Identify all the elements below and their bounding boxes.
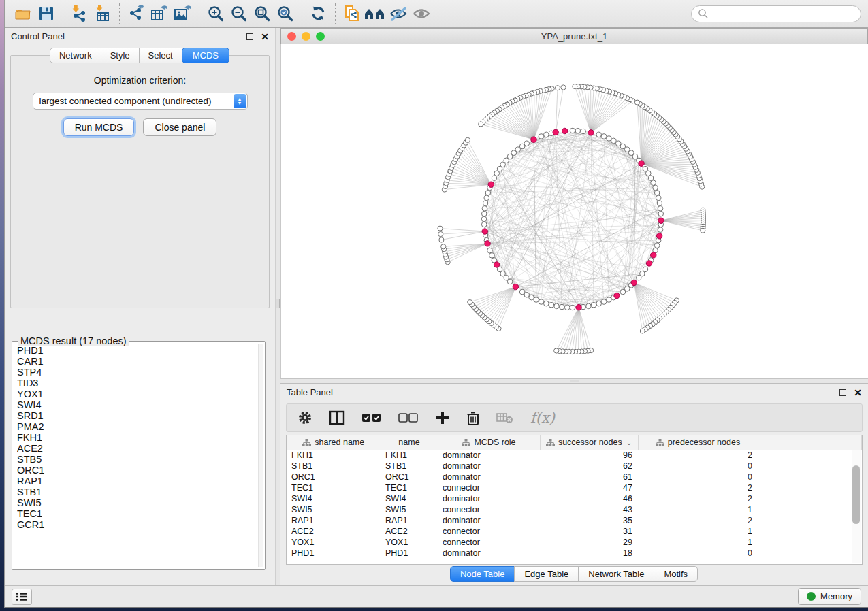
column-header-name[interactable]: name — [381, 435, 438, 450]
memory-button[interactable]: Memory — [798, 588, 861, 605]
close-panel-icon[interactable]: ✕ — [854, 389, 862, 396]
mcds-node-item[interactable]: YOX1 — [17, 389, 257, 399]
select-all-rows-icon[interactable] — [361, 412, 382, 423]
tab-network-table[interactable]: Network Table — [578, 566, 654, 582]
horizontal-splitter[interactable] — [280, 378, 868, 384]
save-session-icon[interactable] — [35, 3, 58, 24]
search-icon — [698, 8, 709, 19]
toolbar-separator — [302, 3, 302, 24]
table-row[interactable]: STB1STB1dominator620 — [287, 461, 862, 472]
mcds-node-item[interactable]: SRD1 — [17, 410, 257, 421]
task-history-button[interactable] — [12, 589, 32, 605]
delete-column-icon[interactable] — [466, 410, 480, 426]
float-panel-icon[interactable] — [246, 33, 253, 40]
table-tabs: Node TableEdge TableNetwork TableMotifs — [280, 565, 868, 585]
clone-network-icon[interactable] — [340, 3, 364, 24]
column-layout-icon[interactable] — [329, 410, 345, 425]
float-panel-icon[interactable] — [839, 389, 846, 396]
tab-network[interactable]: Network — [50, 48, 101, 63]
tab-node-table[interactable]: Node Table — [450, 566, 515, 582]
zoom-selected-icon[interactable] — [274, 3, 297, 24]
table-row[interactable]: ACE2ACE2connector311 — [287, 526, 862, 537]
close-panel-icon[interactable]: ✕ — [261, 33, 269, 40]
splitter-grip[interactable] — [570, 380, 579, 382]
table-row[interactable]: TEC1TEC1connector472 — [287, 482, 862, 493]
mcds-result-list[interactable]: PHD1CAR1STP4TID3YOX1SWI4SRD1PMA2FKH1ACE2… — [17, 345, 257, 566]
search-input[interactable] — [709, 9, 854, 18]
table-toolbar: f(x) — [286, 403, 863, 432]
table-row[interactable]: SWI4SWI4dominator462 — [287, 493, 862, 504]
toolbar-separator — [335, 3, 336, 24]
close-panel-button[interactable]: Close panel — [143, 118, 216, 136]
add-column-icon[interactable] — [435, 410, 450, 425]
splitter-grip[interactable] — [276, 299, 280, 308]
mcds-node-item[interactable]: STB5 — [17, 454, 257, 465]
tab-mcds[interactable]: MCDS — [182, 48, 229, 63]
result-scrollbar[interactable] — [258, 344, 263, 567]
refresh-icon[interactable] — [307, 3, 330, 24]
mcds-node-item[interactable]: PHD1 — [17, 345, 257, 356]
mcds-node-item[interactable]: STP4 — [17, 367, 257, 378]
export-image-icon[interactable] — [171, 3, 194, 24]
first-neighbors-icon[interactable] — [364, 3, 387, 24]
zoom-in-icon[interactable] — [204, 3, 227, 24]
tab-select[interactable]: Select — [139, 48, 182, 63]
network-graph[interactable] — [281, 44, 868, 378]
mcds-node-item[interactable]: GCR1 — [17, 519, 257, 530]
show-all-icon[interactable] — [410, 3, 433, 24]
tab-edge-table[interactable]: Edge Table — [514, 566, 579, 582]
function-builder-icon[interactable]: f(x) — [530, 410, 555, 426]
mcds-node-item[interactable]: STB1 — [17, 486, 257, 497]
delete-table-icon[interactable] — [496, 412, 514, 424]
export-table-icon[interactable] — [148, 3, 171, 24]
table-row[interactable]: RAP1RAP1dominator352 — [287, 515, 862, 526]
table-scrollbar-thumb[interactable] — [852, 465, 860, 524]
table-row[interactable]: PHD1PHD1dominator180 — [287, 548, 862, 559]
network-canvas[interactable] — [280, 44, 868, 378]
import-table-icon[interactable] — [91, 3, 114, 24]
toolbar-separator — [63, 3, 63, 24]
mcds-node-item[interactable]: TEC1 — [17, 508, 257, 519]
control-panel: Control Panel ✕ NetworkStyleSelectMCDS O… — [5, 28, 275, 585]
export-network-icon[interactable] — [125, 3, 148, 24]
criterion-dropdown[interactable]: largest connected component (undirected)… — [33, 93, 248, 110]
import-network-icon[interactable] — [68, 3, 91, 24]
status-bar: Memory — [5, 585, 868, 607]
run-mcds-button[interactable]: Run MCDS — [63, 118, 135, 136]
column-header-filler — [758, 435, 862, 450]
column-header-successor-nodes[interactable]: successor nodes⌄ — [540, 435, 638, 450]
tab-style[interactable]: Style — [101, 48, 140, 63]
mcds-node-item[interactable]: ACE2 — [17, 443, 257, 454]
mcds-node-item[interactable]: FKH1 — [17, 432, 257, 443]
table-scrollbar[interactable] — [852, 450, 861, 563]
table-row[interactable]: ORC1ORC1dominator610 — [287, 472, 862, 482]
mcds-node-item[interactable]: SWI5 — [17, 497, 257, 508]
column-header-predecessor-nodes[interactable]: predecessor nodes — [638, 435, 758, 450]
node-table: shared namenameMCDS rolesuccessor nodes⌄… — [286, 435, 863, 565]
column-header-shared-name[interactable]: shared name — [287, 435, 381, 450]
zoom-out-icon[interactable] — [227, 3, 251, 24]
deselect-all-rows-icon[interactable] — [398, 412, 419, 423]
table-row[interactable]: FKH1FKH1dominator962 — [287, 450, 862, 461]
table-settings-icon[interactable] — [298, 410, 312, 425]
hide-selected-icon[interactable] — [387, 3, 410, 24]
mcds-node-item[interactable]: TID3 — [17, 378, 257, 389]
memory-label: Memory — [820, 591, 852, 601]
criterion-value: largest connected component (undirected) — [39, 96, 212, 106]
tab-motifs[interactable]: Motifs — [654, 566, 698, 582]
mcds-node-item[interactable]: SWI4 — [17, 399, 257, 410]
table-row[interactable]: SWI5SWI5connector431 — [287, 504, 862, 515]
mcds-node-item[interactable]: ORC1 — [17, 465, 257, 476]
mcds-node-item[interactable]: RAP1 — [17, 476, 257, 486]
table-row[interactable]: YOX1YOX1connector291 — [287, 537, 862, 548]
mcds-node-item[interactable]: PMA2 — [17, 421, 257, 432]
column-header-MCDS-role[interactable]: MCDS role — [438, 435, 540, 450]
vertical-splitter[interactable] — [275, 28, 280, 585]
mcds-node-item[interactable]: CAR1 — [17, 356, 257, 367]
zoom-fit-icon[interactable] — [251, 3, 274, 24]
open-file-icon[interactable] — [12, 3, 35, 24]
network-window-titlebar[interactable]: YPA_prune.txt_1 — [280, 28, 868, 44]
search-field[interactable] — [691, 5, 861, 22]
table-panel: Table Panel ✕ f(x) shared namenameM — [280, 384, 868, 585]
optimization-criterion-label: Optimization criterion: — [11, 75, 269, 86]
